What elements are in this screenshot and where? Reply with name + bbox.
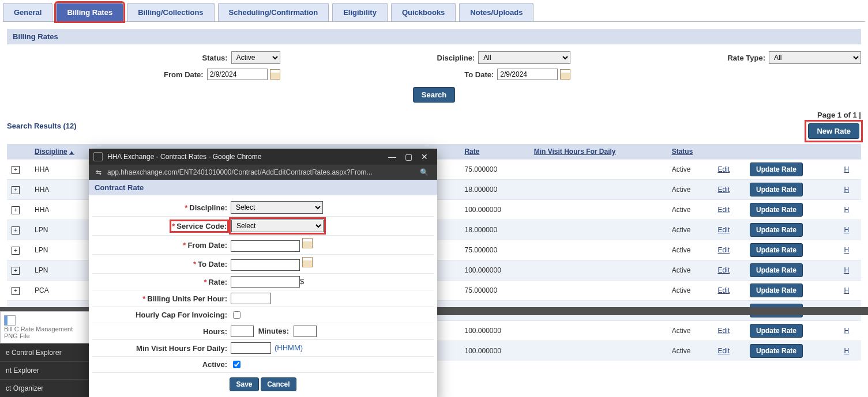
new-rate-button[interactable]: New Rate	[808, 123, 859, 139]
calendar-icon[interactable]	[302, 238, 313, 248]
cancel-button[interactable]: Cancel	[261, 377, 296, 391]
col-min-visit[interactable]: Min Visit Hours For Daily	[529, 144, 667, 160]
edit-link[interactable]: Edit	[717, 165, 730, 173]
expand-icon[interactable]: +	[12, 287, 20, 295]
edit-link[interactable]: Edit	[717, 347, 730, 355]
tab-eligibility[interactable]: Eligibility	[332, 3, 388, 21]
edit-link[interactable]: Edit	[717, 246, 730, 254]
popup-hourly-cap-checkbox[interactable]	[233, 311, 241, 319]
tab-general[interactable]: General	[3, 3, 52, 21]
tab-notes-uploads[interactable]: Notes/Uploads	[459, 3, 533, 21]
calendar-icon[interactable]	[270, 69, 280, 80]
cell-status: Active	[667, 281, 713, 301]
update-rate-button[interactable]: Update Rate	[750, 183, 803, 196]
calendar-icon[interactable]	[560, 69, 570, 80]
save-button[interactable]: Save	[230, 377, 258, 391]
history-link[interactable]: H	[840, 200, 861, 220]
history-link[interactable]: H	[840, 160, 861, 180]
lbl-minutes: Minutes:	[258, 327, 289, 335]
popup-minutes-input[interactable]	[294, 326, 317, 337]
cell-status: Active	[667, 180, 713, 200]
col-status[interactable]: Status	[667, 144, 713, 160]
zoom-icon[interactable]: 🔍	[419, 168, 429, 176]
popup-billing-units-input[interactable]	[231, 293, 271, 304]
expand-icon[interactable]: +	[12, 226, 20, 235]
lbl-billing-units: Billing Units Per Hour:	[147, 294, 227, 303]
lbl-from-date: From Date:	[187, 241, 227, 249]
search-button[interactable]: Search	[413, 87, 455, 103]
os-panel[interactable]: nt Explorer	[0, 361, 92, 379]
update-rate-button[interactable]: Update Rate	[750, 223, 803, 237]
expand-icon[interactable]: +	[12, 186, 20, 194]
to-date-input[interactable]	[497, 69, 558, 80]
popup-active-checkbox[interactable]	[233, 361, 241, 368]
expand-icon[interactable]: +	[12, 247, 20, 255]
lbl-service-code: Service Code:	[176, 222, 227, 230]
history-link[interactable]: H	[840, 260, 861, 281]
edit-link[interactable]: Edit	[717, 206, 730, 214]
expand-icon[interactable]: +	[12, 206, 20, 214]
file-type: PNG File	[4, 332, 88, 339]
lbl-active: Active:	[202, 360, 227, 369]
from-date-input[interactable]	[207, 69, 268, 80]
tab-billing-collections[interactable]: Billing/Collections	[127, 3, 214, 21]
contract-rate-popup: HHA Exchange - Contract Rates - Google C…	[89, 149, 437, 397]
close-icon[interactable]: ✕	[416, 152, 433, 161]
update-rate-button[interactable]: Update Rate	[750, 243, 803, 257]
update-rate-button[interactable]: Update Rate	[750, 263, 803, 277]
update-rate-button[interactable]: Update Rate	[750, 283, 803, 297]
history-link[interactable]: H	[840, 281, 861, 301]
col-rate[interactable]: Rate	[460, 144, 529, 160]
expand-icon[interactable]: +	[12, 166, 20, 174]
tab-scheduling[interactable]: Scheduling/Confirmation	[218, 3, 329, 21]
update-rate-button[interactable]: Update Rate	[750, 344, 803, 358]
history-link[interactable]: H	[840, 240, 861, 260]
edit-link[interactable]: Edit	[717, 286, 730, 294]
tab-quickbooks[interactable]: Quickbooks	[391, 3, 456, 21]
history-link[interactable]: H	[840, 180, 861, 200]
maximize-icon[interactable]: ▢	[400, 152, 416, 161]
cell-rate: 100.000000	[460, 200, 529, 220]
expand-icon[interactable]: +	[12, 267, 20, 275]
hhmm-hint: (HHMM)	[275, 343, 303, 352]
lbl-hourly-cap: Hourly Cap For Invoicing:	[136, 311, 227, 319]
rate-type-select[interactable]: All	[769, 51, 861, 64]
popup-url: app.hhaexchange.com/ENT2401010000/Contra…	[107, 168, 419, 176]
cell-status: Active	[667, 240, 713, 260]
minimize-icon[interactable]: —	[384, 152, 400, 161]
cell-status: Active	[667, 341, 713, 361]
popup-hours-input[interactable]	[231, 326, 254, 337]
file-thumbnail[interactable]: Bill C Rate Management PNG File	[0, 311, 92, 343]
cell-rate: 100.000000	[460, 260, 529, 281]
cell-rate: 100.000000	[460, 341, 529, 361]
history-link[interactable]: H	[840, 341, 861, 361]
status-select[interactable]: Active	[231, 51, 280, 64]
file-name: Bill C Rate Management	[4, 326, 88, 332]
cell-rate: 18.000000	[460, 220, 529, 240]
edit-link[interactable]: Edit	[717, 266, 730, 274]
popup-titlebar[interactable]: HHA Exchange - Contract Rates - Google C…	[89, 149, 437, 165]
edit-link[interactable]: Edit	[717, 226, 730, 234]
discipline-select[interactable]: All	[478, 51, 570, 64]
edit-link[interactable]: Edit	[717, 186, 730, 194]
update-rate-button[interactable]: Update Rate	[750, 324, 803, 338]
popup-discipline-select[interactable]: Select	[231, 201, 323, 214]
os-panel[interactable]: e Control Explorer	[0, 343, 92, 361]
tab-billing-rates[interactable]: Billing Rates	[56, 3, 123, 21]
edit-link[interactable]: Edit	[717, 327, 730, 335]
popup-to-date-input[interactable]	[231, 259, 300, 271]
os-panel[interactable]: ct Organizer	[0, 379, 92, 397]
history-link[interactable]: H	[840, 321, 861, 341]
calendar-icon[interactable]	[302, 257, 313, 267]
popup-min-visit-input[interactable]	[231, 342, 271, 354]
history-link[interactable]: H	[840, 220, 861, 240]
results-title: Search Results (12)	[7, 122, 77, 130]
site-settings-icon[interactable]: ⇆	[93, 168, 104, 176]
popup-from-date-input[interactable]	[231, 240, 300, 252]
to-date-label: To Date:	[464, 70, 494, 79]
page-info: Page 1 of 1 |	[806, 111, 861, 119]
popup-rate-input[interactable]	[231, 276, 300, 288]
update-rate-button[interactable]: Update Rate	[750, 162, 803, 176]
update-rate-button[interactable]: Update Rate	[750, 203, 803, 217]
popup-service-code-select[interactable]: Select	[231, 220, 324, 232]
